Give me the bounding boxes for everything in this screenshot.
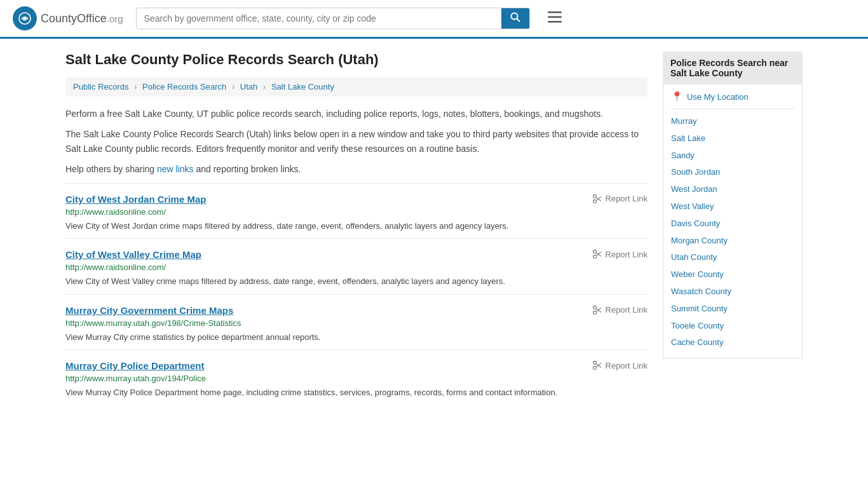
- sidebar-link-0[interactable]: Murray: [671, 113, 794, 130]
- location-pin-icon: 📍: [671, 91, 683, 102]
- sidebar-link-2[interactable]: Sandy: [671, 147, 794, 165]
- result-item-3: Murray City Police Department Report Lin…: [65, 349, 648, 405]
- results-list: City of West Jordan Crime Map Report Lin…: [65, 183, 648, 405]
- svg-line-18: [596, 308, 601, 311]
- svg-line-17: [596, 308, 601, 312]
- use-my-location-link[interactable]: 📍 Use My Location: [671, 91, 794, 102]
- svg-point-1: [24, 17, 27, 20]
- sidebar-link-8[interactable]: Utah County: [671, 249, 794, 266]
- report-link-button-0[interactable]: Report Link: [592, 194, 648, 204]
- sidebar-link-13[interactable]: Cache County: [671, 334, 794, 351]
- main-container: Salt Lake County Police Records Search (…: [53, 39, 815, 418]
- sidebar-link-7[interactable]: Morgan County: [671, 233, 794, 250]
- result-url-2[interactable]: http://www.murray.utah.gov/198/Crime-Sta…: [65, 318, 648, 328]
- svg-point-8: [593, 200, 596, 203]
- svg-point-19: [593, 362, 596, 365]
- report-link-button-1[interactable]: Report Link: [592, 249, 648, 259]
- svg-point-16: [593, 311, 596, 314]
- sidebar-body: 📍 Use My Location MurraySalt LakeSandySo…: [663, 85, 803, 358]
- svg-rect-6: [548, 21, 562, 23]
- svg-point-20: [593, 367, 596, 370]
- logo-link[interactable]: CountyOffice.org: [13, 6, 123, 30]
- svg-line-13: [596, 253, 601, 257]
- result-url-3[interactable]: http://www.murray.utah.gov/194/Police: [65, 374, 648, 383]
- scissors-icon: [592, 305, 602, 315]
- svg-line-3: [517, 19, 520, 22]
- scissors-icon: [592, 249, 602, 259]
- result-desc-1: View City of West Valley crime maps filt…: [65, 275, 648, 288]
- svg-line-10: [596, 196, 601, 200]
- search-button[interactable]: [501, 8, 529, 29]
- breadcrumb-police-records-search[interactable]: Police Records Search: [142, 82, 226, 92]
- report-link-button-3[interactable]: Report Link: [592, 360, 648, 370]
- breadcrumb-salt-lake-county[interactable]: Salt Lake County: [271, 82, 334, 92]
- logo-text: CountyOffice.org: [41, 12, 123, 25]
- svg-rect-4: [548, 11, 562, 13]
- svg-point-2: [511, 13, 517, 20]
- sidebar-heading: Police Records Search near Salt Lake Cou…: [663, 51, 803, 85]
- scissors-icon: [592, 360, 602, 370]
- description-3: Help others by sharing new links and rep…: [65, 162, 648, 176]
- svg-line-9: [596, 197, 601, 201]
- sidebar: Police Records Search near Salt Lake Cou…: [663, 51, 803, 405]
- sidebar-link-4[interactable]: West Jordan: [671, 181, 794, 198]
- result-desc-3: View Murray City Police Department home …: [65, 386, 648, 399]
- hamburger-button[interactable]: [543, 8, 567, 29]
- sidebar-link-9[interactable]: Weber County: [671, 266, 794, 283]
- result-title-1[interactable]: City of West Valley Crime Map: [65, 249, 201, 260]
- sidebar-links: MurraySalt LakeSandySouth JordanWest Jor…: [671, 113, 794, 351]
- sidebar-link-5[interactable]: West Valley: [671, 198, 794, 215]
- breadcrumb: Public Records › Police Records Search ›…: [65, 77, 648, 97]
- svg-point-15: [593, 306, 596, 309]
- logo-icon: [13, 6, 37, 30]
- svg-point-11: [593, 250, 596, 254]
- new-links-link[interactable]: new links: [157, 164, 194, 174]
- result-desc-2: View Murray City crime statistics by pol…: [65, 331, 648, 344]
- svg-line-21: [596, 364, 601, 368]
- sidebar-link-6[interactable]: Davis County: [671, 215, 794, 233]
- result-url-0[interactable]: http://www.raidsonline.com/: [65, 207, 648, 217]
- search-bar: [136, 8, 530, 29]
- description-2: The Salt Lake County Police Records Sear…: [65, 127, 648, 156]
- scissors-icon: [592, 194, 602, 204]
- breadcrumb-public-records[interactable]: Public Records: [73, 82, 128, 92]
- result-title-0[interactable]: City of West Jordan Crime Map: [65, 194, 206, 205]
- sidebar-divider: [671, 109, 794, 109]
- description-1: Perform a free Salt Lake County, UT publ…: [65, 107, 648, 121]
- breadcrumb-utah[interactable]: Utah: [240, 82, 257, 92]
- sidebar-link-10[interactable]: Wasatch County: [671, 283, 794, 301]
- content-area: Salt Lake County Police Records Search (…: [65, 51, 648, 405]
- result-item-1: City of West Valley Crime Map Report Lin…: [65, 238, 648, 294]
- svg-line-14: [596, 252, 601, 256]
- result-item-2: Murray City Government Crime Maps Report…: [65, 294, 648, 350]
- svg-rect-5: [548, 17, 562, 18]
- sidebar-link-11[interactable]: Summit County: [671, 301, 794, 318]
- sidebar-link-1[interactable]: Salt Lake: [671, 130, 794, 147]
- result-title-3[interactable]: Murray City Police Department: [65, 360, 204, 371]
- report-link-button-2[interactable]: Report Link: [592, 305, 648, 315]
- search-input[interactable]: [137, 8, 501, 29]
- svg-point-12: [593, 255, 596, 259]
- sidebar-link-3[interactable]: South Jordan: [671, 164, 794, 181]
- result-desc-0: View City of West Jordan crime maps filt…: [65, 220, 648, 233]
- sidebar-link-12[interactable]: Tooele County: [671, 318, 794, 335]
- site-header: CountyOffice.org: [0, 0, 868, 39]
- result-item-0: City of West Jordan Crime Map Report Lin…: [65, 183, 648, 239]
- result-url-1[interactable]: http://www.raidsonline.com/: [65, 262, 648, 272]
- svg-point-7: [593, 194, 596, 198]
- svg-line-22: [596, 363, 601, 367]
- result-title-2[interactable]: Murray City Government Crime Maps: [65, 305, 233, 316]
- page-title: Salt Lake County Police Records Search (…: [65, 51, 648, 68]
